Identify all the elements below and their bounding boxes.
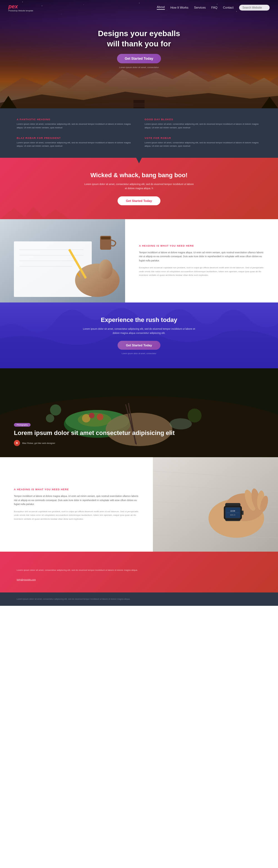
photo-tag: Photography <box>14 423 31 427</box>
nav-about[interactable]: About <box>157 5 165 10</box>
pink-banner-section: Wicked & whack, bang bang boo! Lorem ips… <box>0 158 278 219</box>
hero-cta-button[interactable]: Get Started Today <box>117 54 161 63</box>
author-avatar: B <box>14 440 20 446</box>
content-split-text: A HEADING IS WHAT YOU NEED HERE Tempor i… <box>125 219 278 303</box>
feature-3: BLAZ ROBAR FOR PRESIDENT Lorem ipsum dol… <box>17 137 134 148</box>
canyon-svg <box>0 303 278 369</box>
feature-1: A FANTASTIC HEADING Lorem ipsum dolor si… <box>17 118 134 130</box>
content-split-text-primary: Tempor incididunt ut labore et dolore ma… <box>139 251 264 262</box>
feature-4-text: Lorem ipsum dolor sit amet, consectetur … <box>144 141 261 148</box>
footer-email[interactable]: help@yoursite.com <box>17 578 36 581</box>
photo-author: B Blaz Robar, got like web designer <box>14 440 264 446</box>
pink-banner-text: Lorem ipsum dolor sit amet, consectetur … <box>83 182 195 191</box>
feature-2-title: GOOD DAY BLOKES <box>144 118 261 121</box>
author-name: Blaz Robar, got like web designer <box>22 442 55 444</box>
watch-bg: 10:09 MON 24 <box>153 457 278 552</box>
hero-section: Designs your eyeballs will thank you for… <box>0 0 278 108</box>
content-image-left: A HEADING IS WHAT YOU NEED HERE Tempor i… <box>0 457 153 552</box>
svg-marker-10 <box>195 208 222 219</box>
purple-banner-text: Lorem ipsum dolor sit amet, consectetur … <box>81 327 197 336</box>
pink-banner-title: Wicked & whack, bang bang boo! <box>8 172 270 179</box>
purple-banner-title: Experience the rush today <box>8 316 270 323</box>
content-split-text-secondary: Excepteur sint occaecat cupidatat non pr… <box>139 266 264 277</box>
svg-text:MON 24: MON 24 <box>230 514 235 516</box>
photo-title: Lorem ipsum dolor sit amet consectetur a… <box>14 429 264 437</box>
footer-dark-text: Lorem ipsum dolor sit amet, consectetur … <box>17 597 261 601</box>
purple-banner-sub: Lorem ipsum dolor sit amet, consectetur <box>8 352 270 354</box>
hero-sub-text: Lorem ipsum dolor sit amet, consectetur <box>98 66 180 69</box>
hero-title: Designs your eyeballs will thank you for <box>98 29 180 49</box>
logo: pex Photoshop Website template <box>8 3 33 12</box>
watch-svg: 10:09 MON 24 <box>153 457 278 552</box>
pencil-hand-bg <box>0 219 125 303</box>
content-split-section: A HEADING IS WHAT YOU NEED HERE Tempor i… <box>0 219 278 303</box>
svg-point-19 <box>75 264 119 297</box>
svg-rect-58 <box>242 510 244 515</box>
feature-2: GOOD DAY BLOKES Lorem ipsum dolor sit am… <box>144 118 261 130</box>
content-image-text-primary: Tempor incididunt ut labore et dolore ma… <box>14 494 139 506</box>
nav-links: About How It Works Services FAQ Contact <box>157 5 270 10</box>
feature-3-title: BLAZ ROBAR FOR PRESIDENT <box>17 137 134 140</box>
svg-marker-8 <box>22 207 45 219</box>
features-section: A FANTASTIC HEADING Lorem ipsum dolor si… <box>0 108 278 158</box>
feature-1-title: A FANTASTIC HEADING <box>17 118 134 121</box>
svg-marker-11 <box>217 209 245 219</box>
nav-contact[interactable]: Contact <box>223 6 233 9</box>
content-image-heading: A HEADING IS WHAT YOU NEED HERE <box>14 488 139 491</box>
content-split-image <box>0 219 125 303</box>
purple-banner-section: Experience the rush today Lorem ipsum do… <box>0 303 278 369</box>
svg-marker-7 <box>0 208 28 219</box>
pencil-hand-svg <box>0 219 125 303</box>
svg-rect-24 <box>101 237 110 240</box>
photo-feature-content: Photography Lorem ipsum dolor sit amet c… <box>0 368 278 457</box>
nav-services[interactable]: Services <box>194 6 206 9</box>
hero-content: Designs your eyeballs will thank you for… <box>98 29 180 69</box>
feature-4: VOTE FOR ROBAR Lorem ipsum dolor sit ame… <box>144 137 261 148</box>
nav-faq[interactable]: FAQ <box>211 6 217 9</box>
footer-text: Lorem ipsum dolor sit amet, consectetur … <box>17 568 261 572</box>
content-split-heading: A HEADING IS WHAT YOU NEED HERE <box>139 244 264 247</box>
photo-feature-section: Photography Lorem ipsum dolor sit amet c… <box>0 368 278 457</box>
purple-banner-cta[interactable]: Get Started Today <box>118 341 160 350</box>
footer-dark-section: Lorem ipsum dolor sit amet, consectetur … <box>0 592 278 606</box>
pink-banner-cta[interactable]: Get Started Today <box>118 196 160 205</box>
footer-red-section: GET IN TOUCH Lorem ipsum dolor sit amet,… <box>0 552 278 592</box>
feature-1-text: Lorem ipsum dolor sit amet, consectetur … <box>17 123 134 130</box>
content-image-right: 10:09 MON 24 <box>153 457 278 552</box>
svg-point-20 <box>99 259 113 279</box>
search-input[interactable] <box>239 5 270 10</box>
footer-title: GET IN TOUCH <box>17 563 261 565</box>
feature-3-text: Lorem ipsum dolor sit amet, consectetur … <box>17 141 134 148</box>
svg-text:10:09: 10:09 <box>230 510 235 512</box>
content-image-section: A HEADING IS WHAT YOU NEED HERE Tempor i… <box>0 457 278 552</box>
feature-4-title: VOTE FOR ROBAR <box>144 137 261 140</box>
svg-marker-9 <box>42 210 70 219</box>
svg-marker-12 <box>239 207 267 219</box>
nav-how[interactable]: How It Works <box>170 6 189 9</box>
content-image-text-secondary: Excepteur sint occaecat cupidatat non pr… <box>14 510 139 521</box>
navigation: pex Photoshop Website template About How… <box>0 0 278 15</box>
feature-2-text: Lorem ipsum dolor sit amet, consectetur … <box>144 123 261 130</box>
